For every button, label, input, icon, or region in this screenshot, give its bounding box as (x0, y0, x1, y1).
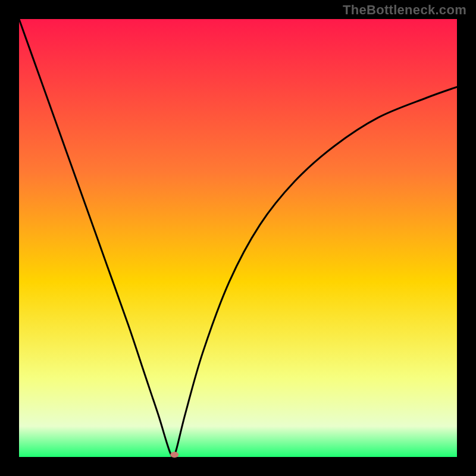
plot-area (19, 19, 457, 457)
watermark-text: TheBottleneck.com (343, 2, 466, 18)
chart-svg (0, 0, 476, 476)
minimum-marker (170, 452, 178, 458)
